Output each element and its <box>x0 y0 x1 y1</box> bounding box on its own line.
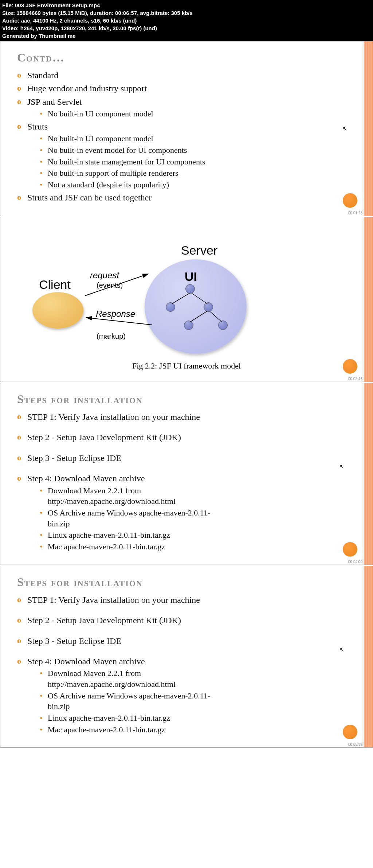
list-item-text: Step 4: Download Maven archive <box>27 474 145 483</box>
response-label: Response <box>96 309 135 319</box>
sub-item: Mac apache-maven-2.0.11-bin.tar.gz <box>48 724 356 735</box>
timestamp: 00:05:32 <box>348 742 362 746</box>
sub-item: Not a standard (despite its popularity) <box>48 179 356 190</box>
sub-item: No built-in event model for UI component… <box>48 145 356 156</box>
sub-item: Download Maven 2.2.1 from http://maven.a… <box>48 668 230 689</box>
list-item: Standard <box>27 69 356 81</box>
figure-caption: Fig 2.2: JSF UI framework model <box>17 361 356 371</box>
cursor-icon: ↖ <box>339 463 344 470</box>
sub-item: Download Maven 2.2.1 from http://maven.a… <box>48 485 230 507</box>
list-item: Struts No built-in UI component model No… <box>27 121 356 190</box>
sub-item: Linux apache-maven-2.0.11-bin.tar.gz <box>48 713 356 724</box>
timestamp: 00:01:23 <box>348 211 362 215</box>
orange-dot-icon <box>343 725 357 739</box>
sub-item: Mac apache-maven-2.0.11-bin.tar.gz <box>48 541 356 552</box>
cursor-icon: ↖ <box>342 125 347 132</box>
diagram-lines <box>17 241 258 358</box>
orange-dot-icon <box>343 193 357 208</box>
slide-3: Steps for installation STEP 1: Verify Ja… <box>0 383 373 565</box>
svg-line-3 <box>191 293 207 304</box>
list-item: Step 4: Download Maven archive Download … <box>27 473 356 552</box>
bullet-list: STEP 1: Verify Java installation on your… <box>17 594 356 735</box>
request-label: request <box>90 270 119 280</box>
list-item: Step 2 - Setup Java Development Kit (JDK… <box>27 614 356 626</box>
list-item-text: JSP and Servlet <box>27 97 82 107</box>
list-item: Step 2 - Setup Java Development Kit (JDK… <box>27 431 356 443</box>
video-metadata-header: File: 003 JSF Environment Setup.mp4 Size… <box>0 0 373 41</box>
markup-label: (markup) <box>97 332 126 341</box>
audio-line: Audio: aac, 44100 Hz, 2 channels, s16, 6… <box>2 17 371 24</box>
video-line: Video: h264, yuv420p, 1280x720, 241 kb/s… <box>2 24 371 32</box>
slide-4: Steps for installation STEP 1: Verify Ja… <box>0 566 373 748</box>
sub-item: No built-in support of multiple renderer… <box>48 168 356 179</box>
svg-line-5 <box>209 311 222 322</box>
list-item: STEP 1: Verify Java installation on your… <box>27 594 356 606</box>
slide-2: Client Server UI request (even <box>0 217 373 382</box>
list-item: JSP and Servlet No built-in UI component… <box>27 96 356 119</box>
file-line: File: 003 JSF Environment Setup.mp4 <box>2 1 371 9</box>
sub-item: OS Archive name Windows apache-maven-2.0… <box>48 690 230 712</box>
timestamp: 00:04:09 <box>348 560 362 564</box>
sub-item: Linux apache-maven-2.0.11-bin.tar.gz <box>48 530 356 541</box>
list-item: Huge vendor and industry support <box>27 83 356 94</box>
list-item: Struts and JSF can be used together <box>27 192 356 203</box>
list-item: STEP 1: Verify Java installation on your… <box>27 411 356 423</box>
svg-line-4 <box>190 311 207 322</box>
slide-title: Steps for installation <box>17 393 356 406</box>
orange-dot-icon <box>343 359 357 374</box>
cursor-icon: ↖ <box>339 646 344 653</box>
bullet-list: Standard Huge vendor and industry suppor… <box>17 69 356 203</box>
slide-1: Contd… Standard Huge vendor and industry… <box>0 41 373 216</box>
events-label: (events) <box>97 281 123 290</box>
list-item: Step 3 - Setup Eclipse IDE <box>27 452 356 464</box>
orange-dot-icon <box>343 542 357 557</box>
sub-item: No built-in state management for UI comp… <box>48 156 356 167</box>
sub-item: OS Archive name Windows apache-maven-2.0… <box>48 507 230 529</box>
slide-title: Steps for installation <box>17 576 356 589</box>
jsf-diagram: Client Server UI request (even <box>17 241 356 358</box>
list-item-text: Struts <box>27 122 48 131</box>
timestamp: 00:02:46 <box>348 377 362 381</box>
list-item-text: Step 4: Download Maven archive <box>27 657 145 666</box>
sub-item: No built-in UI component model <box>48 108 356 119</box>
generated-line: Generated by Thumbnail me <box>2 32 371 40</box>
slide-title: Contd… <box>17 51 356 64</box>
size-line: Size: 15884669 bytes (15.15 MiB), durati… <box>2 9 371 17</box>
svg-line-2 <box>172 293 190 304</box>
bullet-list: STEP 1: Verify Java installation on your… <box>17 411 356 552</box>
list-item: Step 3 - Setup Eclipse IDE <box>27 635 356 647</box>
list-item: Step 4: Download Maven archive Download … <box>27 656 356 735</box>
sub-item: No built-in UI component model <box>48 133 356 144</box>
